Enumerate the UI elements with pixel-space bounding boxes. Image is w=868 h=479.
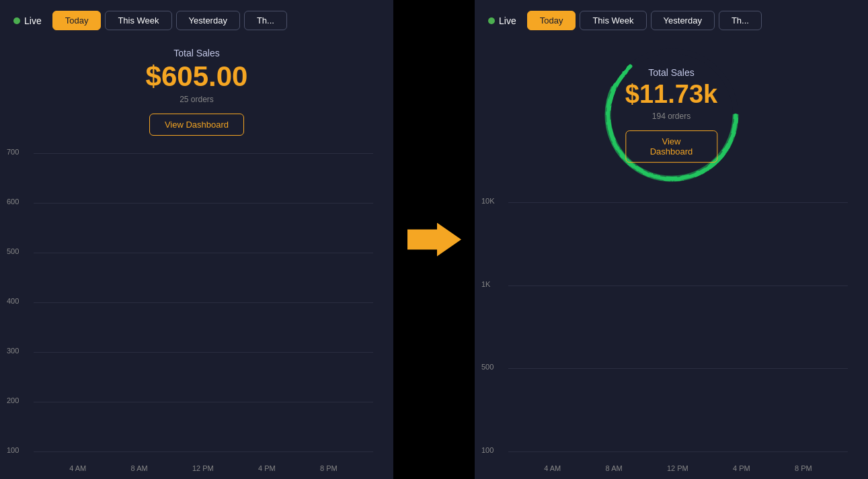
live-indicator-left: Live [13, 15, 42, 26]
bars-container-right [508, 202, 848, 452]
tab-yesterday-left[interactable]: Yesterday [176, 11, 240, 30]
live-dot-right [488, 17, 495, 24]
left-header: Live Today This Week Yesterday Th... [0, 0, 393, 41]
circle-inner: Total Sales $11.73k 194 orders View Dash… [625, 67, 717, 163]
x-labels-right: 4 AM 8 AM 12 PM 4 PM 8 PM [508, 464, 848, 472]
total-sales-value-right: $11.73k [625, 81, 717, 109]
arrow-icon [407, 223, 461, 257]
tab-today-right[interactable]: Today [527, 11, 576, 30]
tab-thisweek-right[interactable]: This Week [580, 11, 646, 30]
left-panel: Live Today This Week Yesterday Th... Tot… [0, 0, 394, 479]
x-label: 12 PM [667, 464, 688, 472]
tab-other-left[interactable]: Th... [244, 11, 287, 30]
x-labels-left: 4 AM 8 AM 12 PM 4 PM 8 PM [34, 464, 373, 472]
stats-card-left: Total Sales $605.00 25 orders View Dashb… [0, 41, 393, 146]
orders-count-right: 194 orders [625, 112, 717, 121]
bars-container-left [34, 153, 373, 452]
tab-group-left: Today This Week Yesterday Th... [52, 11, 287, 30]
live-label-right: Live [499, 15, 516, 26]
live-indicator-right: Live [488, 15, 516, 26]
tab-yesterday-right[interactable]: Yesterday [651, 11, 715, 30]
x-label: 8 AM [131, 464, 148, 472]
orders-count-left: 25 orders [13, 95, 380, 104]
x-label: 4 PM [258, 464, 276, 472]
tab-thisweek-left[interactable]: This Week [105, 11, 171, 30]
x-label: 8 AM [606, 464, 623, 472]
x-label: 4 AM [69, 464, 86, 472]
live-label-left: Live [24, 15, 42, 26]
x-label: 4 AM [544, 464, 561, 472]
tab-other-right[interactable]: Th... [719, 11, 762, 30]
tab-today-left[interactable]: Today [52, 11, 102, 30]
circle-container: Total Sales $11.73k 194 orders View Dash… [598, 41, 746, 189]
chart-area-right: 10K 1K 500 100 4 AM 8 AM 12 P [475, 195, 868, 479]
stats-card-right: Total Sales $11.73k 194 orders View Dash… [475, 41, 868, 195]
total-sales-label-left: Total Sales [13, 48, 380, 58]
x-label: 8 PM [320, 464, 338, 472]
total-sales-label-right: Total Sales [625, 67, 717, 78]
arrow-container [394, 0, 475, 479]
x-label: 8 PM [795, 464, 812, 472]
right-panel: Live Today This Week Yesterday Th... [475, 0, 868, 479]
x-label: 4 PM [733, 464, 750, 472]
live-dot-left [13, 17, 20, 24]
right-header: Live Today This Week Yesterday Th... [475, 0, 868, 41]
total-sales-value-left: $605.00 [13, 61, 380, 92]
view-dashboard-btn-left[interactable]: View Dashboard [149, 114, 244, 136]
x-label: 12 PM [192, 464, 214, 472]
tab-group-right: Today This Week Yesterday Th... [527, 11, 762, 30]
chart-area-left: 700 600 500 400 300 200 100 [0, 146, 393, 479]
view-dashboard-btn-right[interactable]: View Dashboard [625, 130, 717, 163]
